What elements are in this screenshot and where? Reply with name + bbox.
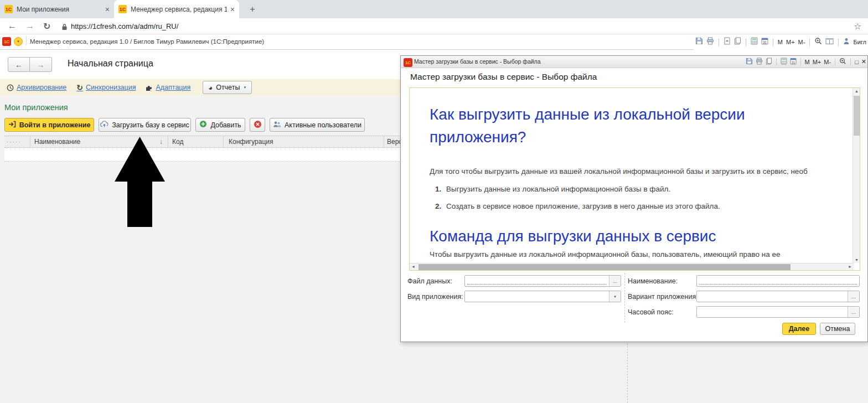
memory-m-plus-button[interactable]: M+ [786, 39, 795, 45]
delete-button[interactable] [250, 118, 265, 132]
plus-circle-icon [199, 120, 207, 130]
app-toolbar: 31 M M+ M- Бигл [694, 34, 868, 50]
tab-close-icon[interactable]: × [105, 5, 110, 14]
zoom-icon[interactable] [839, 57, 846, 67]
app-variant-input[interactable]: ... [696, 291, 860, 302]
next-button[interactable]: Далее [782, 323, 816, 335]
app-kind-input-area[interactable] [465, 291, 609, 302]
calendar-icon[interactable]: 31 [790, 57, 797, 67]
memory-m-button[interactable]: M [805, 59, 810, 65]
maximize-icon[interactable]: □ [855, 59, 859, 65]
app-variant-label: Вариант приложения: [628, 293, 698, 301]
memory-m-minus-button[interactable]: M- [824, 59, 831, 65]
close-icon[interactable]: ✕ [861, 58, 866, 65]
column-dots: ····· [7, 139, 22, 145]
browse-button[interactable]: ... [609, 276, 621, 286]
divider [800, 58, 801, 65]
timezone-input-area[interactable] [697, 307, 848, 317]
column-divider[interactable] [168, 136, 168, 147]
active-users-label: Активные пользователи [285, 121, 361, 129]
add-button[interactable]: Добавить [195, 118, 245, 132]
vertical-scroll-thumb[interactable] [854, 96, 860, 136]
splitter-dashed-line [627, 343, 628, 403]
data-file-input[interactable]: ... [464, 275, 621, 287]
history-forward-button[interactable]: → [30, 57, 52, 72]
svg-text:31: 31 [791, 60, 795, 64]
tab-title: Мои приложения [17, 6, 102, 13]
name-input-area[interactable] [697, 276, 859, 286]
forward-icon[interactable]: → [25, 21, 34, 31]
archive-link[interactable]: Архивирование [7, 84, 66, 91]
horizontal-scrollbar[interactable]: ◄ ► [410, 263, 854, 270]
name-input[interactable] [696, 275, 860, 287]
reload-icon[interactable]: ↻ [43, 21, 50, 32]
horizontal-scroll-thumb[interactable] [418, 264, 790, 270]
help-content-pane[interactable]: Как выгрузить данные из локальной версии… [409, 87, 860, 271]
column-divider[interactable] [223, 136, 224, 147]
browser-address-bar: ← → ↻ https://1cfresh.com/a/adm/ru_RU/ ☆ [0, 18, 868, 34]
active-users-button[interactable]: Активные пользователи [270, 118, 365, 132]
zoom-icon[interactable] [814, 37, 822, 47]
bookmark-star-icon[interactable]: ☆ [854, 21, 861, 32]
data-file-input-area[interactable] [465, 276, 609, 286]
scroll-down-icon[interactable]: ▼ [855, 258, 859, 262]
column-name[interactable]: Наименование [34, 138, 80, 146]
puzzle-icon [146, 84, 153, 91]
timezone-input[interactable]: ... [696, 306, 860, 318]
history-back-button[interactable]: ← [8, 57, 30, 72]
user-icon[interactable] [843, 37, 850, 47]
vertical-scrollbar[interactable]: ▲ ▼ [852, 88, 860, 263]
memory-m-plus-button[interactable]: M+ [813, 59, 822, 65]
memory-m-minus-button[interactable]: M- [798, 39, 805, 45]
calculator-icon[interactable] [781, 57, 787, 67]
upload-wizard-dialog: 1С Мастер загрузки базы в сервис - Выбор… [400, 55, 868, 342]
upload-button-label: Загрузить базу в сервис [112, 121, 189, 129]
save-icon[interactable] [746, 57, 753, 67]
scroll-left-icon[interactable]: ◄ [411, 265, 415, 268]
app-kind-select[interactable]: ▼ [464, 291, 621, 302]
browser-tab-service-manager[interactable]: 1С Менеджер сервиса, редакция 1 × [114, 0, 239, 18]
app-variant-input-area[interactable] [697, 291, 848, 302]
url-text[interactable]: https://1cfresh.com/a/adm/ru_RU/ [71, 22, 178, 30]
calculator-icon[interactable] [751, 37, 758, 47]
print-icon[interactable] [756, 57, 763, 67]
user-name: Бигл [853, 39, 866, 45]
scroll-right-icon[interactable]: ► [848, 265, 852, 268]
print-icon[interactable] [706, 37, 714, 47]
browse-button[interactable]: ... [848, 291, 859, 302]
print-preview-icon[interactable] [734, 37, 741, 47]
column-divider[interactable] [384, 136, 384, 147]
reports-button-label: Отчеты [216, 84, 240, 91]
column-code[interactable]: Код [172, 138, 183, 146]
reports-button[interactable]: ◕ Отчеты ▼ [203, 81, 252, 94]
memory-m-button[interactable]: M [778, 39, 783, 45]
sync-link[interactable]: ↻ Синхронизация [76, 83, 136, 92]
export-document-icon[interactable] [724, 37, 731, 47]
column-configuration[interactable]: Конфигурация [229, 138, 273, 146]
column-divider[interactable] [30, 136, 30, 147]
cancel-button[interactable]: Отмена [820, 323, 855, 335]
split-window-icon[interactable] [825, 37, 834, 47]
divider [809, 39, 810, 46]
list-number: 1. [435, 185, 441, 193]
list-number: 2. [435, 202, 441, 210]
tab-close-icon[interactable]: × [230, 5, 235, 14]
new-tab-button[interactable]: + [245, 2, 260, 17]
browser-tab-my-apps[interactable]: 1С Мои приложения × [0, 0, 114, 18]
enter-application-button[interactable]: Войти в приложение [4, 118, 94, 132]
calendar-icon[interactable]: 31 [761, 37, 768, 47]
adaptation-link-label: Адаптация [156, 84, 190, 91]
main-menu-button[interactable]: ▼ [14, 37, 23, 46]
print-preview-icon[interactable] [766, 57, 772, 67]
upload-base-to-service-button[interactable]: Загрузить базу в сервис [99, 118, 191, 132]
padlock-icon[interactable] [61, 23, 68, 33]
browse-button[interactable]: ... [848, 307, 859, 317]
1c-favicon-icon: 1С [118, 5, 127, 13]
back-icon[interactable]: ← [8, 21, 17, 31]
red-x-circle-icon [254, 120, 262, 130]
scroll-up-icon[interactable]: ▲ [855, 89, 859, 93]
dropdown-button[interactable]: ▼ [609, 291, 621, 302]
adaptation-link[interactable]: Адаптация [146, 84, 190, 91]
timezone-label: Часовой пояс: [628, 308, 674, 316]
save-icon[interactable] [695, 37, 703, 47]
